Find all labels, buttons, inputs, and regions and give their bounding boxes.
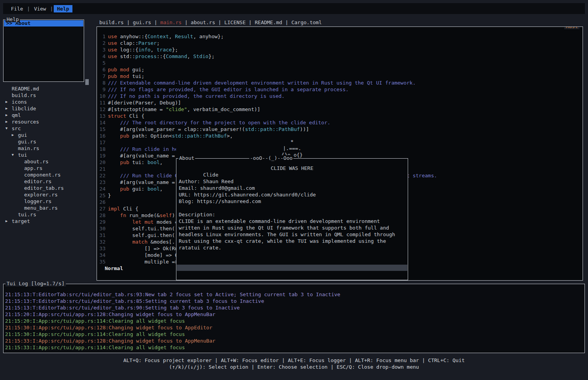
tab-about-rs[interactable]: about.rs <box>191 19 215 25</box>
tree-item-main-rs[interactable]: main.rs <box>3 145 95 152</box>
tree-item-label: qml <box>12 112 21 118</box>
tree-item-logger-rs[interactable]: logger.rs <box>3 198 95 205</box>
code-line: 1use anyhow::{Context, Result, anyhow}; <box>97 33 583 40</box>
tree-item-label: tui <box>18 152 27 158</box>
tree-item-readme-md[interactable]: README.md <box>3 85 95 92</box>
code-token <box>108 186 120 192</box>
tree-item-icons[interactable]: ▶icons <box>3 99 95 105</box>
tree-item-resources[interactable]: ▶resources <box>3 118 95 125</box>
tab-main-rs[interactable]: main.rs <box>160 19 182 25</box>
about-dialog-scrollbar[interactable] <box>177 265 407 271</box>
menu-item-view[interactable]: View <box>31 5 49 12</box>
code-text: match &modes[..] { <box>108 239 187 245</box>
code-token: std::path::PathBuf <box>172 133 227 139</box>
code-token: clap:: <box>117 40 138 46</box>
tab-separator: | <box>181 19 190 25</box>
tree-item-editor-rs[interactable]: editor.rs <box>3 178 95 185</box>
code-token: use <box>108 34 117 39</box>
code-token: std:: <box>117 53 135 59</box>
ascii-art-row: * <box>176 138 408 145</box>
tree-item-label: icons <box>12 99 27 105</box>
code-line: 9/// If no flags are provided, the GUI e… <box>97 86 583 93</box>
tree-item-build-rs[interactable]: build.rs <box>3 92 95 99</box>
tui-log-panel[interactable]: Tui Log [log=1.7/s] 21:15:13:T:EditorTab… <box>3 284 585 353</box>
tree-item-libclide[interactable]: ▶libclide <box>3 105 95 112</box>
code-line: 12#[structopt(name = "clide", verbatim_d… <box>97 106 583 113</box>
line-number: 5 <box>99 60 106 66</box>
code-token: #[derive(Parser, Debug)] <box>108 100 181 106</box>
code-line: 6pub mod gui; <box>97 66 583 73</box>
tree-item-label: README.md <box>12 85 39 92</box>
line-number: 3 <box>99 46 106 53</box>
line-number: 21 <box>99 166 106 172</box>
code-token: /// If no path is provided, the current … <box>108 93 285 99</box>
blank-row <box>179 205 405 211</box>
line-number: 12 <box>99 106 106 113</box>
code-token: Result <box>175 34 193 39</box>
code-token: pub <box>120 159 129 165</box>
code-text: use log::{info, trace}; <box>108 46 178 53</box>
code-token: Cli { <box>126 113 144 119</box>
tree-item-tui-rs[interactable]: tui.rs <box>3 211 95 218</box>
code-text: #[derive(Parser, Debug)] <box>108 99 181 106</box>
tree-item-label: resources <box>12 118 39 125</box>
code-token: Parser <box>138 40 157 46</box>
code-token: pub mod <box>108 67 129 72</box>
tree-item-label: logger.rs <box>24 198 51 205</box>
code-token: pub <box>120 133 129 139</box>
about-description: CLIDE is an extendable command-line driv… <box>179 218 405 251</box>
line-number: 11 <box>99 99 106 106</box>
about-description-label: Description: <box>179 211 405 218</box>
menu-item-help[interactable]: Help <box>54 5 72 12</box>
tab-readme-md[interactable]: README.md <box>255 19 282 25</box>
code-token: #[structopt(name = <box>108 106 166 112</box>
tab-gui-rs[interactable]: gui.rs <box>133 19 151 25</box>
tree-item-label: editor.rs <box>24 178 51 185</box>
language-badge: Rust <box>564 27 579 29</box>
code-token: } <box>108 193 111 198</box>
code-token: log::{ <box>117 47 138 53</box>
tree-item-tui[interactable]: ▼tui <box>3 152 95 158</box>
code-token: #[arg(value_name = <box>108 153 178 159</box>
help-menu-scrollbar-thumb[interactable] <box>85 79 89 85</box>
editor-mode-indicator: Normal <box>105 265 123 271</box>
tree-item-component-rs[interactable]: component.rs <box>3 171 95 178</box>
tree-item-qml[interactable]: ▶qml <box>3 112 95 118</box>
line-number: 24 <box>99 186 106 192</box>
code-token <box>108 239 132 245</box>
tree-item-target[interactable]: ▶target <box>3 218 95 224</box>
tree-item-label: gui.rs <box>18 138 36 145</box>
menu-bar-items: File|View|Help <box>8 5 72 12</box>
line-number: 32 <box>99 239 106 245</box>
code-token: gui: <box>129 186 148 192</box>
log-line: 21:15:30:I:App:src/tui/app.rs:114:Cleari… <box>5 331 584 338</box>
tree-item-gui[interactable]: ▶gui <box>3 132 95 138</box>
tree-item-gui-rs[interactable]: gui.rs <box>3 138 95 145</box>
menu-item-file[interactable]: File <box>8 5 26 12</box>
tab-cargo-toml[interactable]: Cargo.toml <box>291 19 322 25</box>
tree-item-explorer-rs[interactable]: explorer.rs <box>3 191 95 198</box>
code-token <box>108 133 120 139</box>
tree-item-src[interactable]: ▼src <box>3 125 95 132</box>
tui-log-lines: 21:15:13:T:EditorTab:src/tui/editor_tab.… <box>4 284 584 351</box>
log-line: 21:15:20:I:App:src/tui/app.rs:128:Changi… <box>5 311 584 318</box>
code-token: ; <box>157 40 160 46</box>
chevron-right-icon: ▶ <box>12 132 18 138</box>
tree-item-label: about.rs <box>24 158 49 165</box>
tree-item-editor_tab-rs[interactable]: editor_tab.rs <box>3 185 95 191</box>
tree-item-label: app.rs <box>24 165 42 171</box>
tab-license[interactable]: LICENSE <box>224 19 246 25</box>
code-text: /// If no flags are provided, the GUI ed… <box>108 86 349 93</box>
tab-build-rs[interactable]: build.rs <box>99 19 124 25</box>
line-number: 16 <box>99 133 106 139</box>
code-text: use std::process::{Command, Stdio}; <box>108 53 215 60</box>
line-number: 4 <box>99 53 106 60</box>
tree-item-about-rs[interactable]: about.rs <box>3 158 95 165</box>
about-description-line: written in Rust using the Qt UI framewor… <box>179 224 405 231</box>
tree-item-label: explorer.rs <box>24 191 58 198</box>
code-token: anyhow::{ <box>117 34 147 39</box>
line-number: 9 <box>99 86 106 93</box>
tree-item-app-rs[interactable]: app.rs <box>3 165 95 171</box>
code-token: , <box>160 159 163 165</box>
tree-item-menu_bar-rs[interactable]: menu_bar.rs <box>3 205 95 211</box>
